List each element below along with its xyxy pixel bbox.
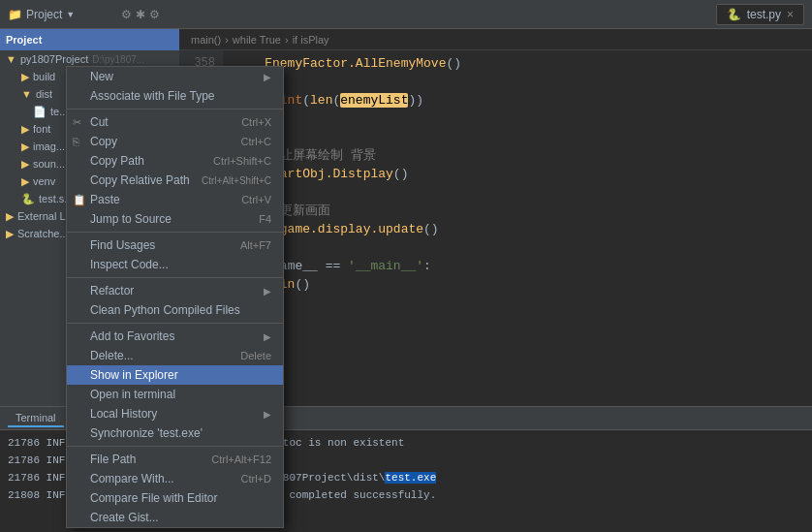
- menu-label-inspect: Inspect Code...: [90, 258, 169, 271]
- menu-label-file-path: File Path: [90, 453, 136, 466]
- menu-item-inspect[interactable]: Inspect Code...: [67, 255, 283, 274]
- menu-label-refactor: Refactor: [90, 284, 134, 297]
- separator-5: [67, 446, 283, 447]
- paste-icon: 📋: [73, 194, 86, 206]
- menu-item-compare-editor[interactable]: Compare File with Editor: [67, 488, 283, 508]
- menu-item-create-gist[interactable]: Create Gist...: [67, 508, 283, 527]
- cut-icon: ✂: [73, 116, 81, 129]
- menu-label-create-gist: Create Gist...: [90, 511, 159, 524]
- arrow-icon-refactor: ▶: [264, 286, 271, 297]
- project-root-path: D:\py1807...: [92, 54, 144, 65]
- shortcut-copy-rel: Ctrl+Alt+Shift+C: [202, 175, 271, 186]
- py-icon-test: 🐍: [21, 193, 35, 205]
- menu-item-synchronize[interactable]: Synchronize 'test.exe': [67, 423, 283, 443]
- code-line-359: [234, 73, 800, 91]
- shortcut-find-usages: Alt+F7: [240, 239, 271, 251]
- top-bar: 📁 Project ▼ ⚙ ✱ ⚙ 🐍 test.py ×: [0, 0, 812, 29]
- shortcut-copy: Ctrl+C: [241, 136, 271, 147]
- shortcut-file-path: Ctrl+Alt+F12: [211, 454, 271, 465]
- arrow-icon-new: ▶: [264, 72, 271, 82]
- menu-label-favorites: Add to Favorites: [90, 329, 174, 343]
- menu-item-copy-path[interactable]: Copy Path Ctrl+Shift+C: [67, 151, 283, 171]
- menu-item-show-explorer[interactable]: Show in Explorer: [67, 365, 283, 385]
- menu-label-new: New: [90, 70, 113, 83]
- shortcut-paste: Ctrl+V: [241, 194, 271, 205]
- separator-3: [67, 277, 283, 278]
- arrow-icon-favorites: ▶: [264, 331, 271, 342]
- code-line-blank3: [234, 238, 800, 257]
- folder-icon-scratch: ▶: [6, 228, 14, 240]
- code-content: EnemyFactor.AllEnemyMove() print(len(ene…: [223, 50, 812, 406]
- menu-item-delete[interactable]: Delete... Delete: [67, 346, 283, 365]
- shortcut-cut: Ctrl+X: [241, 116, 271, 128]
- menu-label-local-history: Local History: [90, 407, 157, 421]
- menu-label-paste: Paste: [90, 193, 120, 206]
- breadcrumb-sep1: ›: [225, 34, 229, 46]
- project-panel-title: Project: [6, 34, 42, 46]
- menu-label-show-explorer: Show in Explorer: [90, 368, 178, 382]
- menu-item-find-usages[interactable]: Find Usages Alt+F7: [67, 235, 283, 255]
- menu-label-find-usages: Find Usages: [90, 238, 155, 252]
- folder-icon-soun: ▶: [21, 158, 29, 171]
- menu-label-copy-rel-path: Copy Relative Path: [90, 173, 190, 187]
- code-line-360: print(len(enemyList)): [234, 91, 800, 110]
- menu-item-refactor[interactable]: Refactor ▶: [67, 281, 283, 300]
- menu-item-new[interactable]: New ▶: [67, 67, 283, 86]
- code-line-main-call: Main(): [234, 275, 800, 294]
- breadcrumb-main[interactable]: main(): [191, 34, 221, 46]
- folder-icon-ext: ▶: [6, 210, 14, 223]
- menu-item-compare-with[interactable]: Compare With... Ctrl+D: [67, 469, 283, 488]
- toolbar-icon-3[interactable]: ⚙: [149, 8, 160, 21]
- highlight-testexe: test.exe: [385, 472, 436, 484]
- dropdown-arrow: ▼: [66, 10, 75, 19]
- code-line-distplay: startObj.Distplay(): [234, 165, 800, 183]
- menu-item-paste[interactable]: 📋 Paste Ctrl+V: [67, 190, 283, 209]
- shortcut-copy-path: Ctrl+Shift+C: [213, 155, 271, 167]
- menu-label-synchronize: Synchronize 'test.exe': [90, 426, 203, 440]
- tab-close-button[interactable]: ×: [787, 8, 794, 21]
- folder-icon-font: ▶: [21, 123, 29, 136]
- code-line-comment1: # 让屏幕绘制 背景: [234, 146, 800, 165]
- menu-item-clean[interactable]: Clean Python Compiled Files: [67, 300, 283, 320]
- folder-icon-dist: ▼: [21, 88, 32, 100]
- separator-2: [67, 232, 283, 233]
- menu-label-compare-editor: Compare File with Editor: [90, 491, 217, 505]
- tab-icon: 🐍: [727, 8, 741, 21]
- menu-item-file-path[interactable]: File Path Ctrl+Alt+F12: [67, 450, 283, 469]
- menu-label-compare-with: Compare With...: [90, 472, 174, 485]
- separator-1: [67, 109, 283, 110]
- folder-icon-imag: ▶: [21, 141, 29, 153]
- menu-item-local-history[interactable]: Local History ▶: [67, 404, 283, 423]
- menu-item-jump[interactable]: Jump to Source F4: [67, 209, 283, 229]
- folder-icon-build: ▶: [21, 71, 29, 83]
- breadcrumb-while[interactable]: while True: [233, 34, 281, 46]
- menu-item-cut[interactable]: ✂ Cut Ctrl+X: [67, 112, 283, 132]
- project-icon: 📁: [8, 8, 22, 21]
- folder-icon-venv: ▶: [21, 175, 29, 188]
- breadcrumb: main() › while True › if isPlay: [179, 29, 812, 50]
- project-title: Project: [26, 8, 62, 21]
- menu-label-open-terminal: Open in terminal: [90, 388, 175, 401]
- toolbar-icon-1[interactable]: ⚙: [121, 8, 132, 21]
- project-root-name: py1807Project: [20, 53, 88, 65]
- separator-4: [67, 323, 283, 324]
- menu-label-clean: Clean Python Compiled Files: [90, 303, 240, 317]
- terminal-tab-terminal[interactable]: Terminal: [8, 410, 64, 427]
- menu-item-copy[interactable]: ⎘ Copy Ctrl+C: [67, 132, 283, 151]
- copy-icon: ⎘: [73, 136, 79, 147]
- project-label[interactable]: 📁 Project ▼: [8, 8, 75, 21]
- menu-item-open-terminal[interactable]: Open in terminal: [67, 385, 283, 404]
- editor-tab[interactable]: 🐍 test.py ×: [716, 4, 804, 25]
- breadcrumb-sep2: ›: [285, 34, 289, 46]
- breadcrumb-if[interactable]: if isPlay: [293, 34, 329, 46]
- menu-item-associate[interactable]: Associate with File Type: [67, 86, 283, 106]
- menu-item-copy-rel-path[interactable]: Copy Relative Path Ctrl+Alt+Shift+C: [67, 171, 283, 190]
- toolbar-icon-2[interactable]: ✱: [136, 8, 145, 21]
- folder-icon: ▼: [6, 53, 16, 65]
- code-line-update: pygame.display.update(): [234, 220, 800, 238]
- arrow-icon-local-history: ▶: [264, 409, 271, 420]
- menu-item-favorites[interactable]: Add to Favorites ▶: [67, 327, 283, 346]
- project-header: Project: [0, 29, 179, 50]
- tab-label: test.py: [747, 8, 781, 21]
- menu-label-jump: Jump to Source: [90, 212, 172, 226]
